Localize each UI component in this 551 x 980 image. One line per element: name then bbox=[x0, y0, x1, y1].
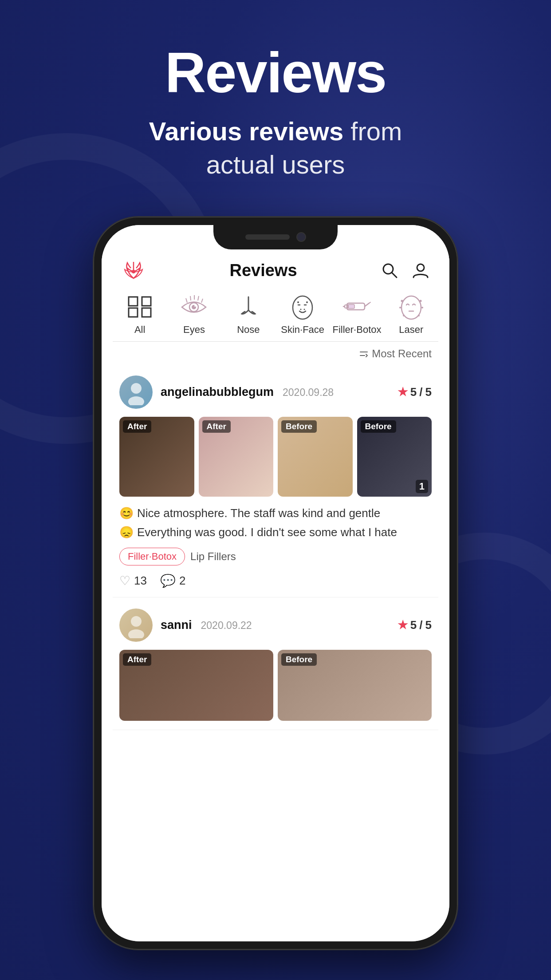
phone-outer: Reviews bbox=[94, 217, 457, 949]
app-content: Reviews bbox=[102, 225, 449, 941]
tab-eyes-label: Eyes bbox=[183, 324, 205, 336]
svg-rect-19 bbox=[348, 304, 354, 308]
reviewer-name-2: sanni bbox=[161, 618, 192, 632]
tab-laser-label: Laser bbox=[399, 324, 423, 336]
header-icons bbox=[378, 259, 432, 281]
likes-count: 13 bbox=[134, 574, 147, 588]
review-tags: Filler·Botox Lip Fillers bbox=[119, 548, 432, 565]
review-item-2: sanni 2020.09.22 ★ 5 / 5 bbox=[113, 597, 438, 730]
rating-max-2: 5 bbox=[425, 618, 432, 632]
like-action[interactable]: ♡ 13 bbox=[119, 573, 147, 588]
phone-inner: Reviews bbox=[102, 225, 449, 941]
review-text: 😊 Nice atmosphere. The staff was kind an… bbox=[119, 505, 432, 541]
review-line: 😞 Everything was good. I didn't see some… bbox=[119, 524, 432, 541]
tab-laser[interactable]: Laser bbox=[384, 294, 438, 336]
svg-point-34 bbox=[131, 383, 142, 394]
review-photo-2b[interactable]: Before bbox=[278, 650, 432, 721]
sort-label[interactable]: Most Recent bbox=[358, 348, 432, 360]
review-date-2: 2020.09.22 bbox=[201, 620, 252, 632]
svg-point-35 bbox=[128, 396, 144, 405]
profile-button[interactable] bbox=[409, 259, 432, 281]
speaker bbox=[245, 234, 290, 240]
svg-point-30 bbox=[403, 315, 405, 316]
svg-point-11 bbox=[293, 296, 312, 319]
review-photo[interactable]: Before bbox=[278, 417, 353, 497]
app-header: Reviews bbox=[102, 254, 449, 289]
svg-point-3 bbox=[417, 264, 424, 271]
tab-eyes[interactable]: Eyes bbox=[167, 294, 221, 336]
reviewer-avatar-2 bbox=[119, 609, 153, 642]
svg-line-2 bbox=[392, 273, 397, 277]
reviewer-avatar bbox=[119, 375, 153, 409]
review-photo-2a[interactable]: After bbox=[119, 650, 273, 721]
sort-bar: Most Recent bbox=[102, 345, 449, 364]
svg-point-14 bbox=[297, 301, 299, 303]
procedure-tag[interactable]: Filler·Botox bbox=[119, 548, 185, 565]
tab-filler-botox[interactable]: Filler·Botox bbox=[330, 294, 384, 336]
comment-action[interactable]: 💬 2 bbox=[160, 573, 185, 588]
header-section: Reviews Various reviews fromactual users bbox=[149, 0, 402, 182]
eyes-icon bbox=[178, 294, 209, 320]
skin-face-icon bbox=[287, 294, 318, 320]
rating-separator: / bbox=[419, 385, 422, 399]
review-header-2: sanni 2020.09.22 ★ 5 / 5 bbox=[119, 609, 432, 642]
review-photo[interactable]: After bbox=[119, 417, 194, 497]
svg-point-29 bbox=[421, 307, 423, 308]
phone-mockup: Reviews bbox=[94, 217, 457, 949]
app-logo bbox=[119, 258, 148, 283]
comment-icon: 💬 bbox=[160, 573, 176, 588]
star-icon: ★ bbox=[398, 385, 408, 399]
photo-badge: Before bbox=[281, 420, 317, 433]
review-date: 2020.09.28 bbox=[283, 387, 334, 399]
svg-point-36 bbox=[131, 616, 142, 627]
reviewer-info-2: sanni 2020.09.22 bbox=[161, 618, 398, 632]
photo-badge: After bbox=[123, 420, 151, 433]
subtitle-bold: Various reviews bbox=[149, 117, 343, 146]
svg-rect-4 bbox=[129, 297, 138, 306]
page-container: Reviews Various reviews fromactual users bbox=[0, 0, 551, 980]
reviewer-info: angelinabubblegum 2020.09.28 bbox=[161, 385, 398, 399]
tab-all-label: All bbox=[134, 324, 145, 336]
svg-rect-5 bbox=[142, 297, 151, 306]
rating-value-2: 5 bbox=[410, 618, 417, 632]
svg-point-0 bbox=[132, 270, 135, 273]
category-tabs: All bbox=[102, 289, 449, 338]
app-header-title: Reviews bbox=[229, 261, 297, 280]
page-subtitle: Various reviews fromactual users bbox=[149, 115, 402, 182]
comment-text: Nice atmosphere. The staff was kind and … bbox=[137, 505, 380, 522]
review-header: angelinabubblegum 2020.09.28 ★ 5 / 5 bbox=[119, 375, 432, 409]
comments-count: 2 bbox=[179, 574, 185, 588]
tab-skin-face[interactable]: Skin·Face bbox=[276, 294, 330, 336]
all-icon bbox=[124, 294, 155, 320]
review-photo[interactable]: After bbox=[199, 417, 274, 497]
svg-point-26 bbox=[401, 300, 403, 302]
photo-badge: After bbox=[202, 420, 231, 433]
emoji-positive: 😊 bbox=[119, 505, 134, 522]
tab-skin-face-label: Skin·Face bbox=[281, 324, 324, 336]
svg-point-16 bbox=[300, 308, 301, 310]
tab-nose[interactable]: Nose bbox=[221, 294, 276, 336]
search-button[interactable] bbox=[378, 259, 401, 281]
review-photo[interactable]: Before 1 bbox=[357, 417, 432, 497]
svg-point-28 bbox=[399, 307, 401, 308]
svg-point-15 bbox=[306, 301, 308, 303]
review-line: 😊 Nice atmosphere. The staff was kind an… bbox=[119, 505, 432, 522]
review-rating-2: ★ 5 / 5 bbox=[398, 618, 432, 632]
review-rating: ★ 5 / 5 bbox=[398, 385, 432, 399]
rating-separator-2: / bbox=[419, 618, 422, 632]
svg-point-17 bbox=[303, 308, 305, 310]
tab-all[interactable]: All bbox=[113, 294, 167, 336]
svg-point-37 bbox=[128, 629, 144, 638]
rating-max: 5 bbox=[425, 385, 432, 399]
photo-number: 1 bbox=[416, 480, 428, 493]
camera bbox=[296, 232, 306, 242]
emoji-negative: 😞 bbox=[119, 524, 134, 541]
svg-point-27 bbox=[419, 300, 421, 302]
photo-grid: After After Before Before bbox=[119, 417, 432, 497]
rating-value: 5 bbox=[410, 385, 417, 399]
second-review-photos: After Before bbox=[119, 650, 432, 721]
svg-line-20 bbox=[365, 303, 369, 307]
photo-badge: Before bbox=[361, 420, 396, 433]
heart-icon: ♡ bbox=[119, 573, 130, 588]
procedure-name: Lip Fillers bbox=[190, 550, 236, 563]
